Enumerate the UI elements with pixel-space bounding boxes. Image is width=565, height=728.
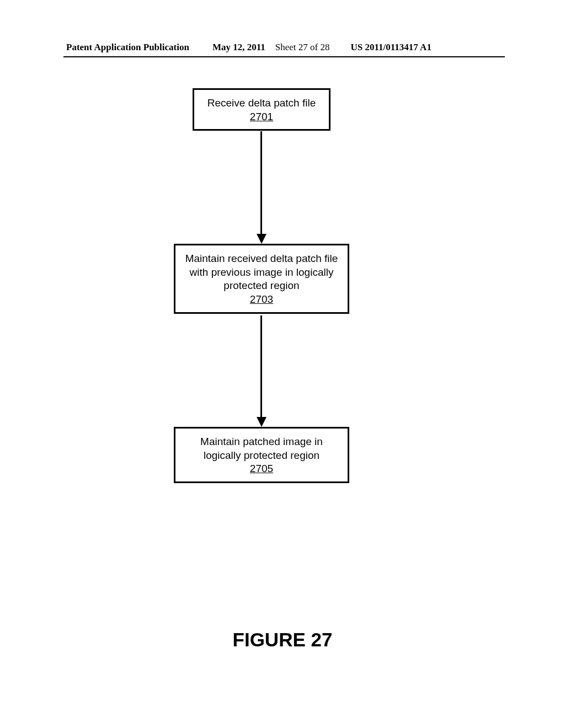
header-divider xyxy=(63,56,505,57)
flow-step-3-text: Maintain patched image in logically prot… xyxy=(184,435,339,462)
page-header: Patent Application Publication May 12, 2… xyxy=(0,42,565,53)
flow-step-1-text: Receive delta patch file xyxy=(203,97,320,110)
header-publication: Patent Application Publication xyxy=(66,42,189,53)
arrow-1-line xyxy=(260,131,262,235)
arrow-2-head xyxy=(257,417,266,427)
header-docnum: US 2011/0113417 A1 xyxy=(350,42,431,53)
flow-step-3-ref: 2705 xyxy=(184,462,339,476)
figure-label: FIGURE 27 xyxy=(0,629,565,651)
flow-step-1-ref: 2701 xyxy=(203,110,320,124)
arrow-1-head xyxy=(257,234,266,244)
flow-step-2-text: Maintain received delta patch file with … xyxy=(184,252,339,293)
flow-step-2-ref: 2703 xyxy=(184,293,339,307)
flow-step-3: Maintain patched image in logically prot… xyxy=(174,427,349,483)
flow-step-2: Maintain received delta patch file with … xyxy=(174,244,349,314)
flow-step-1: Receive delta patch file 2701 xyxy=(193,88,331,131)
arrow-2-line xyxy=(260,315,262,418)
header-date: May 12, 2011 xyxy=(212,42,265,53)
header-sheet: Sheet 27 of 28 xyxy=(275,42,330,53)
